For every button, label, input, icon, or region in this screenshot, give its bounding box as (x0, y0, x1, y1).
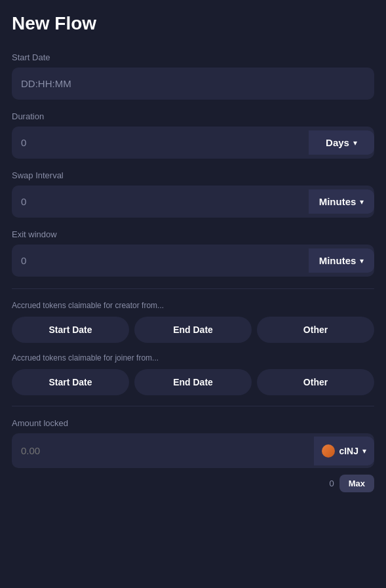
creator-other-button[interactable]: Other (257, 317, 374, 343)
joiner-accrued-button-group: Start Date End Date Other (12, 369, 374, 395)
swap-interval-unit-select[interactable]: Minutes ▾ (309, 189, 374, 214)
exit-window-label: Exit window (12, 229, 374, 239)
start-date-input[interactable] (12, 68, 374, 100)
creator-accrued-button-group: Start Date End Date Other (12, 317, 374, 343)
token-select[interactable]: cINJ ▾ (314, 437, 374, 465)
swap-interval-section: Swap Interval Minutes ▾ (12, 170, 374, 218)
start-date-label: Start Date (12, 52, 374, 62)
max-zero-value: 0 (329, 479, 334, 488)
exit-window-chevron-icon: ▾ (360, 256, 364, 265)
max-row: 0 Max (12, 475, 374, 492)
swap-interval-label: Swap Interval (12, 170, 374, 180)
token-chevron-icon: ▾ (362, 446, 366, 456)
duration-section: Duration Days ▾ (12, 111, 374, 159)
amount-input[interactable] (12, 433, 314, 468)
duration-label: Duration (12, 111, 374, 121)
amount-input-wrapper: cINJ ▾ (12, 433, 374, 468)
joiner-accrued-label: Accrued tokens claimable for joiner from… (12, 353, 374, 363)
exit-window-unit-select[interactable]: Minutes ▾ (309, 248, 374, 273)
duration-input[interactable] (12, 127, 309, 159)
start-date-section: Start Date (12, 52, 374, 100)
joiner-end-date-button[interactable]: End Date (134, 369, 252, 395)
duration-chevron-icon: ▾ (353, 138, 357, 147)
token-icon (322, 444, 335, 458)
swap-interval-chevron-icon: ▾ (360, 197, 364, 206)
creator-accrued-label: Accrued tokens claimable for creator fro… (12, 301, 374, 310)
start-date-input-wrapper (12, 68, 374, 100)
max-button[interactable]: Max (339, 475, 374, 492)
token-name-label: cINJ (339, 446, 358, 456)
exit-window-input-wrapper: Minutes ▾ (12, 245, 374, 277)
creator-end-date-button[interactable]: End Date (134, 317, 252, 343)
joiner-other-button[interactable]: Other (257, 369, 374, 395)
duration-input-wrapper: Days ▾ (12, 127, 374, 159)
amount-locked-section: Amount locked cINJ ▾ 0 Max (12, 418, 374, 492)
exit-window-unit-label: Minutes (319, 255, 357, 266)
amount-locked-label: Amount locked (12, 418, 374, 428)
exit-window-section: Exit window Minutes ▾ (12, 229, 374, 277)
joiner-start-date-button[interactable]: Start Date (12, 369, 129, 395)
swap-interval-input[interactable] (12, 186, 309, 218)
creator-start-date-button[interactable]: Start Date (12, 317, 129, 343)
swap-interval-unit-label: Minutes (319, 196, 357, 207)
page-title: New Flow (12, 13, 374, 34)
exit-window-input[interactable] (12, 245, 309, 277)
divider-2 (12, 406, 374, 406)
duration-unit-label: Days (326, 137, 349, 148)
new-flow-container: New Flow Start Date Duration Days ▾ Swap… (0, 0, 386, 588)
divider-1 (12, 288, 374, 289)
joiner-accrued-section: Accrued tokens claimable for joiner from… (12, 353, 374, 395)
duration-unit-select[interactable]: Days ▾ (309, 130, 374, 155)
creator-accrued-section: Accrued tokens claimable for creator fro… (12, 301, 374, 343)
swap-interval-input-wrapper: Minutes ▾ (12, 186, 374, 218)
